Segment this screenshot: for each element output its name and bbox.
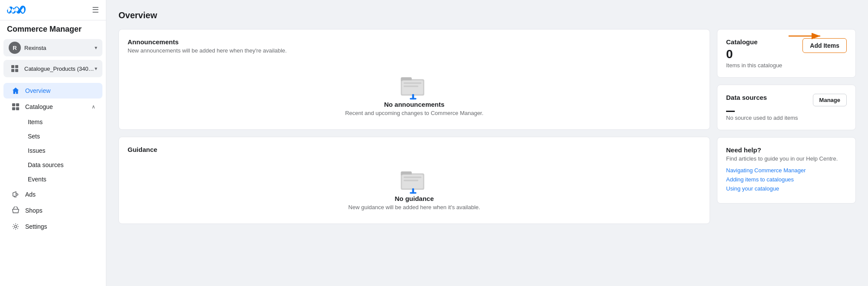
svg-rect-20 — [403, 180, 418, 181]
svg-rect-5 — [16, 103, 19, 106]
catalogue-count: 0 — [726, 47, 782, 61]
avatar: R — [9, 42, 21, 54]
guidance-empty-title: No guidance — [395, 195, 434, 202]
data-sources-header: Data sources Manage — [726, 94, 847, 106]
announcements-card: Announcements New announcements will be … — [118, 29, 710, 130]
announcements-subtitle: New announcements will be added here whe… — [128, 47, 701, 54]
sidebar-item-sets-label: Sets — [28, 133, 40, 140]
need-help-card: Need help? Find articles to guide you in… — [717, 137, 856, 204]
catalogue-chevron-icon: ▾ — [95, 66, 97, 72]
data-sources-card: Data sources Manage No source used to ad… — [717, 85, 856, 130]
catalogue-expand-icon: ∧ — [92, 104, 95, 110]
account-name: Rexinsta — [24, 45, 95, 51]
data-sources-title: Data sources — [726, 94, 767, 101]
catalogue-selector[interactable]: Catalogue_Products (34078... ▾ — [3, 60, 102, 77]
catalogue-info: Catalogue 0 Items in this catalogue — [726, 38, 782, 69]
guidance-empty-state: No guidance New guidance will be added h… — [128, 155, 701, 215]
sidebar-item-catalogue[interactable]: Catalogue ∧ — [3, 99, 102, 115]
dash-separator — [726, 111, 735, 112]
catalogue-nav-icon — [10, 103, 21, 111]
sidebar: ☰ Commerce Manager R Rexinsta ▾ Catalogu… — [0, 0, 106, 286]
sidebar-item-catalogue-label: Catalogue — [25, 103, 53, 110]
catalogue-card: Catalogue 0 Items in this catalogue Add … — [717, 29, 856, 78]
help-link-navigating[interactable]: Navigating Commerce Manager — [726, 167, 847, 174]
left-column: Announcements New announcements will be … — [118, 29, 710, 224]
sidebar-item-overview[interactable]: Overview — [3, 83, 102, 99]
announcements-empty-desc: Recent and upcoming changes to Commerce … — [345, 110, 483, 116]
guidance-illustration — [399, 164, 430, 195]
account-selector[interactable]: R Rexinsta ▾ — [3, 39, 102, 56]
manage-button[interactable]: Manage — [813, 94, 847, 106]
guidance-card: Guidance No guidance New guidance — [118, 137, 710, 224]
add-items-button[interactable]: Add Items — [802, 38, 847, 53]
hamburger-icon[interactable]: ☰ — [92, 5, 99, 15]
sidebar-item-settings-label: Settings — [25, 223, 47, 230]
sidebar-item-sets[interactable]: Sets — [10, 129, 102, 143]
sidebar-item-data-sources[interactable]: Data sources — [10, 158, 102, 172]
svg-rect-0 — [11, 65, 14, 68]
sidebar-item-items[interactable]: Items — [10, 115, 102, 129]
sidebar-item-items-label: Items — [28, 118, 43, 125]
sidebar-item-issues[interactable]: Issues — [10, 144, 102, 158]
svg-rect-22 — [410, 192, 416, 194]
svg-rect-15 — [410, 98, 416, 100]
shops-icon — [10, 207, 21, 214]
svg-rect-6 — [12, 107, 15, 110]
announcements-empty-state: No announcements Recent and upcoming cha… — [128, 61, 701, 121]
sidebar-item-shops-label: Shops — [25, 207, 43, 214]
svg-point-8 — [14, 225, 16, 227]
catalogue-card-header: Catalogue 0 Items in this catalogue Add … — [726, 38, 847, 69]
home-icon — [10, 87, 21, 95]
sidebar-item-data-sources-label: Data sources — [28, 161, 63, 168]
sidebar-nav: Overview Catalogue ∧ Items Sets — [0, 79, 106, 238]
svg-rect-12 — [403, 82, 421, 84]
catalogue-card-title: Catalogue — [726, 38, 782, 46]
svg-rect-19 — [403, 177, 421, 178]
guidance-empty-desc: New guidance will be added here when it'… — [349, 204, 480, 210]
svg-rect-1 — [15, 65, 18, 68]
settings-icon — [10, 223, 21, 230]
main-content: Overview Announcements New announcements… — [106, 0, 868, 286]
ads-icon — [10, 191, 21, 198]
catalogue-items-label: Items in this catalogue — [726, 62, 782, 69]
svg-rect-3 — [15, 69, 18, 72]
no-source-text: No source used to add items — [726, 115, 847, 121]
sidebar-item-issues-label: Issues — [28, 147, 45, 154]
sidebar-item-ads-label: Ads — [25, 191, 36, 198]
need-help-desc: Find articles to guide you in our Help C… — [726, 155, 847, 162]
grid-icon — [9, 62, 21, 75]
catalogue-name: Catalogue_Products (34078... — [24, 66, 95, 72]
guidance-title: Guidance — [128, 146, 701, 153]
sidebar-item-ads[interactable]: Ads — [3, 187, 102, 202]
page-title: Overview — [118, 10, 856, 20]
sidebar-item-events[interactable]: Events — [10, 172, 102, 186]
right-column: Catalogue 0 Items in this catalogue Add … — [717, 29, 856, 224]
announcements-illustration — [399, 69, 430, 101]
sidebar-item-shops[interactable]: Shops — [3, 203, 102, 218]
svg-rect-13 — [403, 85, 418, 87]
svg-rect-2 — [11, 69, 14, 72]
sidebar-item-settings[interactable]: Settings — [3, 219, 102, 234]
sidebar-header: ☰ — [0, 0, 106, 20]
svg-rect-7 — [16, 107, 19, 110]
announcements-title: Announcements — [128, 38, 701, 46]
help-link-using[interactable]: Using your catalogue — [726, 185, 847, 192]
app-title: Commerce Manager — [0, 20, 106, 37]
account-chevron-icon: ▾ — [95, 45, 97, 51]
svg-rect-4 — [12, 103, 15, 106]
need-help-title: Need help? — [726, 146, 847, 154]
help-link-adding[interactable]: Adding items to catalogues — [726, 176, 847, 183]
catalogue-subnav: Items Sets Issues Data sources Events — [0, 115, 106, 186]
content-grid: Announcements New announcements will be … — [118, 29, 856, 224]
sidebar-item-overview-label: Overview — [25, 87, 50, 94]
catalogue-card-wrapper: Catalogue 0 Items in this catalogue Add … — [717, 29, 856, 78]
meta-logo — [7, 6, 30, 14]
announcements-empty-title: No announcements — [384, 101, 444, 108]
sidebar-item-events-label: Events — [28, 176, 46, 183]
